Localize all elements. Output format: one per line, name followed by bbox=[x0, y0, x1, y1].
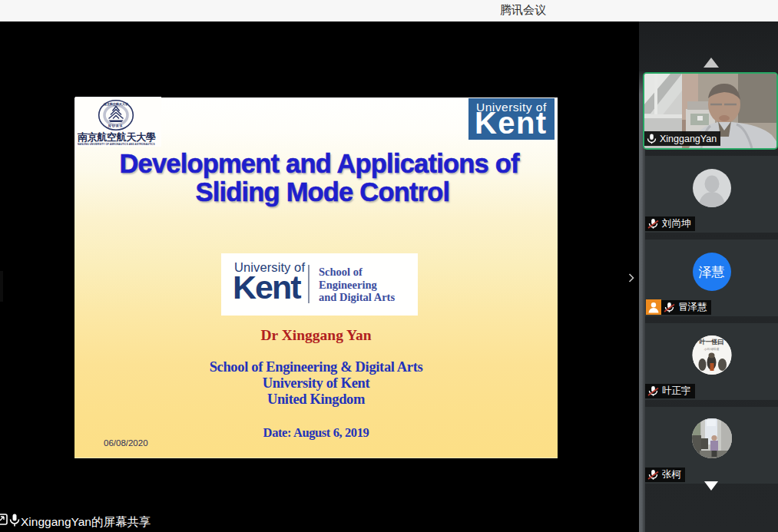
svg-text:小吟游味道: 小吟游味道 bbox=[704, 347, 719, 351]
svg-text:叶一怪曰: 叶一怪曰 bbox=[699, 339, 723, 345]
svg-text:NUAA: NUAA bbox=[108, 124, 124, 128]
